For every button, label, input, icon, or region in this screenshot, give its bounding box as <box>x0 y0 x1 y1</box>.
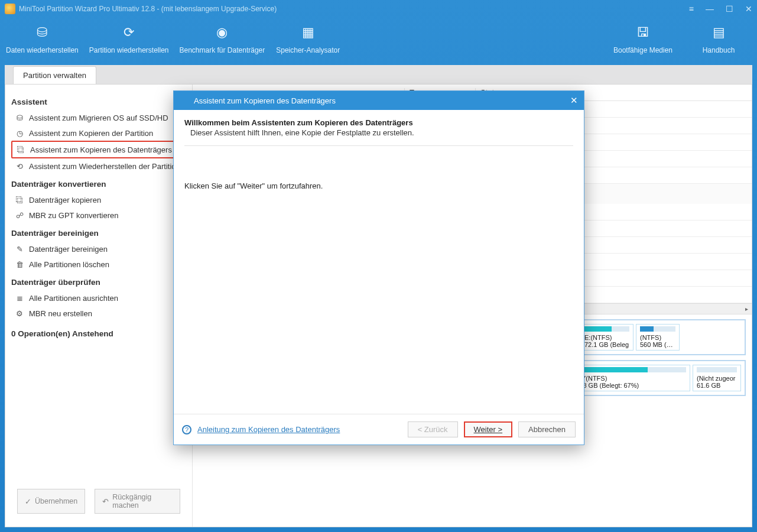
sidebar-item-mbr-gpt[interactable]: ☍MBR zu GPT konvertieren <box>11 207 186 223</box>
tool-label: Partition wiederherstellen <box>89 46 169 54</box>
restore-icon: ⟲ <box>15 161 24 171</box>
dialog-close-icon[interactable]: ✕ <box>570 95 578 106</box>
sidebar-item-align-all[interactable]: ≣Alle Partitionen ausrichten <box>11 290 186 306</box>
align-icon: ≣ <box>15 293 24 303</box>
tool-label: Handbuch <box>686 46 751 54</box>
sidebar-item-label: Datenträger bereinigen <box>29 245 108 254</box>
menu-icon[interactable]: ≡ <box>689 4 694 14</box>
close-icon[interactable]: ✕ <box>745 4 752 14</box>
sidebar-item-label: Alle Partitionen löschen <box>29 260 109 269</box>
partition-name: E:(NTFS) <box>584 334 629 341</box>
partition-block[interactable]: (Nicht zugeor61.6 GB <box>693 365 741 391</box>
sidebar-item-rebuild-mbr[interactable]: ⚙MBR neu erstellen <box>11 306 186 321</box>
partition-block[interactable]: E:(NTFS)72.1 GB (Beleg <box>580 324 633 351</box>
section-assistant: Assistent <box>11 98 186 106</box>
sidebar-item-copy-disk2[interactable]: ⿻Datenträger kopieren <box>11 192 186 207</box>
sidebar-bottom-buttons: ✓Übernehmen ↶Rückgängig machen <box>11 483 186 520</box>
title-bar: MiniTool Partition Wizard Pro Ultimativ … <box>0 0 757 18</box>
sidebar-item-restore-partition[interactable]: ⟲Assistent zum Wiederherstellen der Part… <box>11 158 186 174</box>
check-icon: ✓ <box>25 497 31 506</box>
trash-icon: 🗑 <box>15 259 24 269</box>
bootable-icon: 🖫 <box>632 24 654 41</box>
sidebar-item-label: Assistent zum Wiederherstellen der Parti… <box>29 162 180 171</box>
disk-icon: ⛁ <box>15 113 24 122</box>
undo-button[interactable]: ↶Rückgängig machen <box>95 489 180 514</box>
sidebar-item-label: MBR neu erstellen <box>29 309 92 318</box>
sidebar-item-copy-partition[interactable]: ◷Assistent zum Kopieren der Partition <box>11 125 186 141</box>
sidebar-item-label: Datenträger kopieren <box>29 196 101 205</box>
tool-space-analyzer[interactable]: ▦ Speicher-Analysator <box>275 24 340 54</box>
tool-data-recover[interactable]: ⛁ Daten wiederherstellen <box>6 24 79 54</box>
dialog-title-bar: Assistent zum Kopieren des Datenträgers … <box>174 91 584 110</box>
sidebar-item-delete-all[interactable]: 🗑Alle Partitionen löschen <box>11 257 186 272</box>
partition-name: (NTFS) <box>640 334 675 341</box>
space-analyzer-icon: ▦ <box>297 24 319 41</box>
partition-meta: 560 MB (Bel <box>640 341 675 348</box>
dialog-hint: Klicken Sie auf "Weiter" um fortzufahren… <box>184 181 573 190</box>
usage-bar <box>697 367 737 372</box>
partition-meta: 61.6 GB <box>697 382 737 389</box>
window-controls: ≡ — ☐ ✕ <box>689 4 752 14</box>
copy-disk-wizard-dialog: Assistent zum Kopieren des Datenträgers … <box>173 90 584 445</box>
maximize-icon[interactable]: ☐ <box>726 4 733 14</box>
dialog-heading: Willkommen beim Assistenten zum Kopieren… <box>184 118 573 127</box>
back-button[interactable]: < Zurück <box>408 421 458 437</box>
sidebar-item-wipe-disk[interactable]: ✎Datenträger bereinigen <box>11 241 186 257</box>
button-label: Weiter > <box>474 425 503 434</box>
usage-bar <box>570 367 686 372</box>
partition-meta: 72.1 GB (Beleg <box>584 341 629 348</box>
sidebar-item-migrate-os[interactable]: ⛁Assistent zum Migrieren OS auf SSD/HD <box>11 110 186 125</box>
usage-bar <box>584 326 629 332</box>
dialog-footer: ? Anleitung zum Kopieren des Datenträger… <box>174 414 584 445</box>
cancel-button[interactable]: Abbrechen <box>518 421 576 437</box>
tool-label: Bootfähige Medien <box>610 46 675 54</box>
copy-icon: ⿻ <box>16 145 25 154</box>
sidebar-item-label: Assistent zum Kopieren der Partition <box>29 129 153 138</box>
sidebar-item-label: Alle Partitionen ausrichten <box>29 294 118 303</box>
copy-icon: ⿻ <box>15 195 24 205</box>
sidebar-item-label: Assistent zum Migrieren OS auf SSD/HD <box>29 113 168 122</box>
partition-meta: 144.8 GB (Belegt: 67%) <box>570 382 686 389</box>
tab-manage-partition[interactable]: Partition verwalten <box>13 66 96 84</box>
section-clean: Datenträger bereinigen <box>11 229 186 238</box>
tool-bootable[interactable]: 🖫 Bootfähige Medien <box>610 24 675 54</box>
partition-name: I:JKY(NTFS) <box>570 375 686 382</box>
next-button[interactable]: Weiter > <box>464 421 513 437</box>
pending-ops: 0 Operation(en) Anstehend <box>11 329 186 338</box>
main-toolbar: ⛁ Daten wiederherstellen ⟳ Partition wie… <box>0 18 757 65</box>
benchmark-icon: ◉ <box>212 24 233 41</box>
sidebar-item-label: Assistent zum Kopieren des Datenträgers <box>30 145 172 154</box>
window-title: MiniTool Partition Wizard Pro Ultimativ … <box>19 5 277 13</box>
partition-name: (Nicht zugeor <box>697 375 737 382</box>
divider <box>184 145 573 146</box>
dialog-subtext: Dieser Assistent hilft Ihnen, eine Kopie… <box>190 128 573 137</box>
clock-icon: ◷ <box>15 128 24 138</box>
sidebar-item-label: MBR zu GPT konvertieren <box>29 211 118 220</box>
sidebar-item-copy-disk[interactable]: ⿻Assistent zum Kopieren des Datenträgers <box>11 141 186 158</box>
help-link[interactable]: Anleitung zum Kopieren des Datenträgers <box>197 425 340 434</box>
usage-fill <box>584 326 612 332</box>
partition-block[interactable]: I:JKY(NTFS)144.8 GB (Belegt: 67%) <box>566 365 690 391</box>
help-icon: ? <box>182 425 191 434</box>
button-label: Übernehmen <box>35 497 77 505</box>
sidebar: Assistent ⛁Assistent zum Migrieren OS au… <box>5 85 193 527</box>
apply-button[interactable]: ✓Übernehmen <box>17 489 85 514</box>
partition-recover-icon: ⟳ <box>118 24 139 41</box>
tool-benchmark[interactable]: ◉ Benchmark für Datenträger <box>180 24 265 54</box>
tool-label: Speicher-Analysator <box>275 46 340 54</box>
usage-fill <box>640 326 654 332</box>
dialog-body: Willkommen beim Assistenten zum Kopieren… <box>174 110 584 414</box>
tool-label: Benchmark für Datenträger <box>180 46 265 54</box>
erase-icon: ✎ <box>15 244 24 254</box>
dialog-title: Assistent zum Kopieren des Datenträgers <box>194 96 336 105</box>
convert-icon: ☍ <box>15 210 24 220</box>
handbook-icon: ▤ <box>708 24 729 41</box>
tool-handbook[interactable]: ▤ Handbuch <box>686 24 751 54</box>
partition-block[interactable]: (NTFS)560 MB (Bel <box>636 324 680 351</box>
tool-label: Daten wiederherstellen <box>6 46 79 54</box>
minimize-icon[interactable]: — <box>706 4 714 14</box>
dialog-icon <box>180 96 189 105</box>
gear-icon: ⚙ <box>15 309 24 318</box>
section-convert: Datenträger konvertieren <box>11 180 186 189</box>
tool-partition-recover[interactable]: ⟳ Partition wiederherstellen <box>89 24 169 54</box>
